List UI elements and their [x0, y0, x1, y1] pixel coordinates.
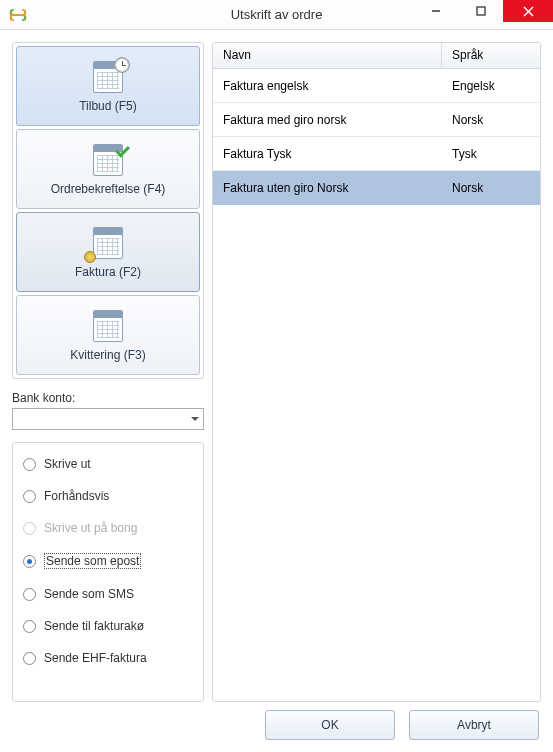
radio-sende-epost[interactable]: Sende som epost: [23, 553, 193, 569]
table-row[interactable]: Faktura med giro norsk Norsk: [213, 103, 540, 137]
chevron-down-icon: [191, 417, 199, 421]
table-row[interactable]: Faktura Tysk Tysk: [213, 137, 540, 171]
radio-skrive-ut[interactable]: Skrive ut: [23, 457, 193, 471]
cell-sprak: Norsk: [442, 181, 540, 195]
col-header-sprak[interactable]: Språk: [442, 43, 540, 68]
grid-body: Faktura engelsk Engelsk Faktura med giro…: [213, 69, 540, 701]
radio-icon: [23, 652, 36, 665]
svg-rect-1: [477, 7, 485, 15]
radio-icon: [23, 555, 36, 568]
radio-label: Sende til fakturakø: [44, 619, 144, 633]
radio-icon: [23, 620, 36, 633]
dialog-buttons: OK Avbryt: [12, 710, 541, 740]
radio-sende-ehf[interactable]: Sende EHF-faktura: [23, 651, 193, 665]
minimize-button[interactable]: [413, 0, 458, 22]
calendar-coin-icon: [88, 225, 128, 261]
radio-icon: [23, 458, 36, 471]
document-type-buttons: Tilbud (F5) Ordrebekreftelse (F4) Faktur…: [12, 42, 204, 379]
kvittering-button[interactable]: Kvittering (F3): [16, 295, 200, 375]
radio-label: Skrive ut: [44, 457, 91, 471]
radio-label: Skrive ut på bong: [44, 521, 137, 535]
cell-navn: Faktura Tysk: [213, 147, 442, 161]
cell-navn: Faktura med giro norsk: [213, 113, 442, 127]
faktura-label: Faktura (F2): [75, 265, 141, 279]
radio-icon: [23, 522, 36, 535]
bank-konto-combo[interactable]: [12, 408, 204, 430]
table-row[interactable]: Faktura uten giro Norsk Norsk: [213, 171, 540, 205]
radio-label: Sende som epost: [44, 553, 141, 569]
ordrebekreftelse-button[interactable]: Ordrebekreftelse (F4): [16, 129, 200, 209]
radio-label: Sende som SMS: [44, 587, 134, 601]
cancel-button[interactable]: Avbryt: [409, 710, 539, 740]
calendar-clock-icon: [88, 59, 128, 95]
window-controls: [413, 0, 553, 22]
cell-navn: Faktura uten giro Norsk: [213, 181, 442, 195]
radio-label: Forhåndsvis: [44, 489, 109, 503]
output-options-panel: Skrive ut Forhåndsvis Skrive ut på bong …: [12, 442, 204, 702]
close-button[interactable]: [503, 0, 553, 22]
cell-sprak: Tysk: [442, 147, 540, 161]
faktura-button[interactable]: Faktura (F2): [16, 212, 200, 292]
ok-button[interactable]: OK: [265, 710, 395, 740]
cell-navn: Faktura engelsk: [213, 79, 442, 93]
ordrebekreftelse-label: Ordrebekreftelse (F4): [51, 182, 166, 196]
grid-header: Navn Språk: [213, 43, 540, 69]
cell-sprak: Norsk: [442, 113, 540, 127]
template-grid: Navn Språk Faktura engelsk Engelsk Faktu…: [212, 42, 541, 702]
app-icon: [8, 5, 28, 25]
col-header-navn[interactable]: Navn: [213, 43, 442, 68]
title-bar: Utskrift av ordre: [0, 0, 553, 30]
calendar-icon: [88, 308, 128, 344]
bank-konto-label: Bank konto:: [12, 391, 204, 405]
tilbud-button[interactable]: Tilbud (F5): [16, 46, 200, 126]
maximize-button[interactable]: [458, 0, 503, 22]
radio-icon: [23, 588, 36, 601]
tilbud-label: Tilbud (F5): [79, 99, 137, 113]
radio-label: Sende EHF-faktura: [44, 651, 147, 665]
radio-skrive-ut-bong: Skrive ut på bong: [23, 521, 193, 535]
table-row[interactable]: Faktura engelsk Engelsk: [213, 69, 540, 103]
radio-forhandsvis[interactable]: Forhåndsvis: [23, 489, 193, 503]
cell-sprak: Engelsk: [442, 79, 540, 93]
calendar-check-icon: [88, 142, 128, 178]
kvittering-label: Kvittering (F3): [70, 348, 145, 362]
radio-sende-fakturako[interactable]: Sende til fakturakø: [23, 619, 193, 633]
radio-icon: [23, 490, 36, 503]
radio-sende-sms[interactable]: Sende som SMS: [23, 587, 193, 601]
